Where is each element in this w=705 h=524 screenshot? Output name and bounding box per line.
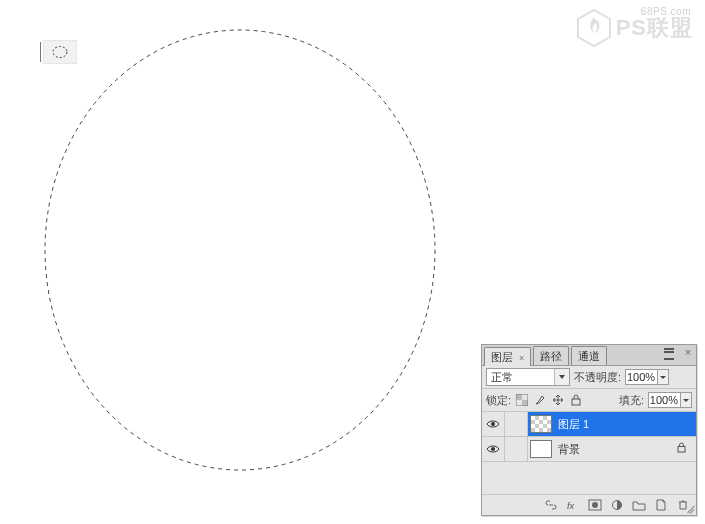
move-icon [552,394,564,406]
lock-transparency-button[interactable] [515,393,529,407]
visibility-toggle[interactable] [482,437,505,461]
link-cell[interactable] [505,437,528,461]
checker-icon [516,394,528,406]
chevron-down-icon [681,392,692,408]
blend-row: 正常 不透明度: 100% [482,366,696,389]
layer-row[interactable]: 图层 1 [482,412,696,437]
svg-point-7 [491,422,495,426]
panel-close-button[interactable]: × [682,347,694,359]
fill-field[interactable]: 100% [648,392,692,408]
panel-bottom-buttons: fx [482,495,696,515]
fill-label: 填充: [619,393,644,408]
adjustment-layer-button[interactable] [606,497,628,513]
svg-marker-0 [578,10,610,46]
eye-icon [486,419,500,429]
svg-point-12 [592,502,598,508]
layers-panel: 图层 × 路径 通道 × 正常 不透明度: 100% 锁定: [481,344,697,516]
lock-row: 锁定: [482,389,696,412]
watermark-site: 68PS.com [641,6,691,17]
tab-label: 路径 [540,350,562,362]
layer-row[interactable]: 背景 [482,437,696,462]
lock-all-button[interactable] [569,393,583,407]
resize-grip[interactable] [684,503,694,513]
visibility-toggle[interactable] [482,412,505,436]
fill-value: 100% [648,392,681,408]
half-circle-icon [610,499,624,511]
svg-text:fx: fx [567,501,575,511]
layer-list-spacer [482,462,696,495]
layer-mask-button[interactable] [584,497,606,513]
layer-name[interactable]: 背景 [556,437,677,461]
group-button[interactable] [628,497,650,513]
link-icon [544,499,558,511]
opacity-label: 不透明度: [574,370,621,385]
panel-menu-button[interactable] [664,348,678,360]
fx-icon: fx [566,499,580,511]
svg-point-2 [45,30,435,470]
opacity-value: 100% [625,369,658,385]
link-cell[interactable] [505,412,528,436]
watermark-brand: PS联盟 [616,13,693,43]
svg-point-8 [491,447,495,451]
lock-pixels-button[interactable] [533,393,547,407]
watermark: 68PS.com PS联盟 [576,8,693,48]
layer-style-button[interactable]: fx [562,497,584,513]
layer-list: 图层 1 背景 [482,412,696,495]
tab-paths[interactable]: 路径 [533,346,569,365]
tab-channels[interactable]: 通道 [571,346,607,365]
chevron-down-icon [554,369,569,385]
svg-rect-9 [678,447,685,453]
mask-icon [588,499,602,511]
canvas[interactable] [40,10,470,510]
layer-name[interactable]: 图层 1 [556,412,692,436]
lock-icon [571,394,581,406]
lock-icon [677,442,686,456]
brush-icon [534,394,546,406]
link-layers-button[interactable] [540,497,562,513]
tab-label: 通道 [578,350,600,362]
svg-rect-3 [516,394,522,400]
marquee-selection [40,10,470,510]
blend-mode-select[interactable]: 正常 [486,368,570,386]
new-page-icon [654,499,668,511]
svg-rect-4 [522,400,528,406]
opacity-field[interactable]: 100% [625,369,669,385]
close-icon: × [519,353,524,363]
layer-thumbnail[interactable] [530,415,552,433]
lock-icons [515,393,583,407]
folder-icon [632,499,646,511]
panel-tabs: 图层 × 路径 通道 × [482,345,696,366]
tab-label: 图层 [491,351,513,363]
svg-rect-6 [572,399,580,405]
chevron-down-icon [658,369,669,385]
lock-position-button[interactable] [551,393,565,407]
eye-icon [486,444,500,454]
flame-hex-icon [576,8,612,48]
tab-layers[interactable]: 图层 × [484,347,531,366]
lock-label: 锁定: [486,393,511,408]
new-layer-button[interactable] [650,497,672,513]
layer-thumbnail[interactable] [530,440,552,458]
